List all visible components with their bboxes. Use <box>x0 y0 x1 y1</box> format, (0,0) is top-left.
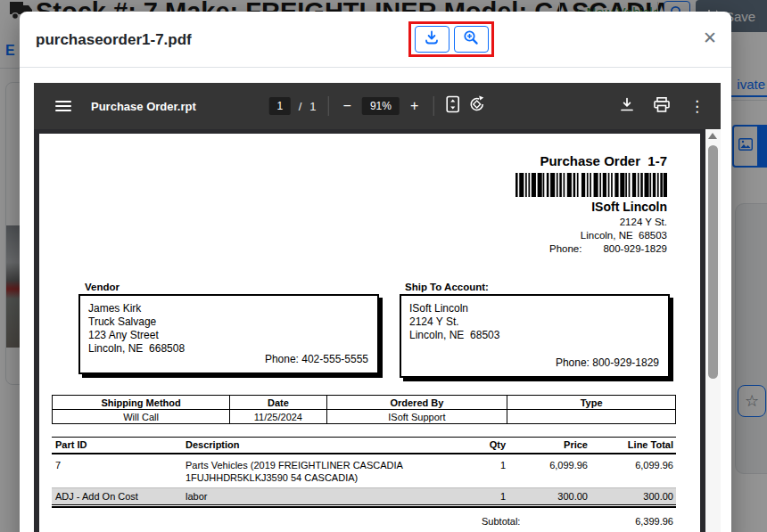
order-info-table: Shipping Method Date Ordered By Type Wil… <box>52 395 676 424</box>
close-icon[interactable]: ✕ <box>703 29 717 46</box>
page-number-input[interactable]: 1 <box>269 97 291 115</box>
rotate-button[interactable] <box>467 95 485 117</box>
col-header-line-total: Line Total <box>588 439 676 450</box>
print-button[interactable] <box>654 97 670 116</box>
table-row: ADJ - Add On Cost labor 1 300.00 300.00 <box>52 487 676 504</box>
cell-price: 300.00 <box>506 491 588 502</box>
order-info-header: Shipping Method <box>53 396 230 410</box>
pdf-doc-title: Purchase Order.rpt <box>91 100 196 113</box>
vendor-line: James Kirk <box>88 302 369 315</box>
download-icon <box>424 29 440 49</box>
line-items-header-row: Part ID Description Qty Price Line Total <box>52 437 676 454</box>
po-title: Purchase Order 1-7 <box>540 153 667 168</box>
vendor-label: Vendor <box>85 282 120 292</box>
vendor-line: Truck Salvage <box>88 315 369 329</box>
company-address1: 2124 Y St. <box>620 217 667 227</box>
zoom-out-button[interactable]: − <box>341 98 354 114</box>
company-phone-label: Phone: <box>549 243 581 254</box>
company-phone-row: Phone: 800-929-1829 <box>549 243 667 254</box>
vendor-phone-label: Phone: <box>265 353 299 365</box>
page-total: 1 <box>309 100 316 113</box>
shipto-phone-label: Phone: <box>556 356 590 369</box>
scrollbar-thumb[interactable] <box>708 145 718 379</box>
vendor-box: James Kirk Truck Salvage 123 Any Street … <box>78 294 379 374</box>
zoom-in-icon <box>463 29 479 49</box>
vendor-line: 123 Any Street <box>88 329 369 342</box>
company-address2: Lincoln, NE 68503 <box>581 230 667 241</box>
menu-icon[interactable] <box>55 101 71 111</box>
toolbar-center-controls: 1 / 1 − 91% + <box>269 95 486 117</box>
zoom-in-button[interactable]: + <box>408 98 421 114</box>
order-info-value: Will Call <box>53 410 230 424</box>
download-icon <box>620 97 634 116</box>
line-items-table: Part ID Description Qty Price Line Total… <box>52 437 676 532</box>
vendor-phone-row: Phone: 402-555-5555 <box>265 353 368 366</box>
company-name: ISoft Lincoln <box>591 200 667 214</box>
order-info-value: 11/25/2024 <box>230 410 326 424</box>
cell-price: 6,099.96 <box>506 459 588 471</box>
pdf-preview-modal: purchaseorder1-7.pdf ✕ Purchase Order.rp… <box>20 12 731 532</box>
col-header-price: Price <box>506 439 588 450</box>
company-phone-value: 800-929-1829 <box>603 243 667 254</box>
shipto-label: Ship To Account: <box>405 282 489 292</box>
cell-line-total: 6,099.96 <box>588 459 676 471</box>
shipto-line: ISoft Lincoln <box>409 302 660 315</box>
pdf-viewport: Purchase Order 1-7 ISoft Lincoln 2124 Y … <box>34 129 721 532</box>
vendor-phone-value: 402-555-5555 <box>301 353 368 365</box>
table-row: 7 Parts Vehicles (2019 FREIGHTLINER CASC… <box>52 454 676 487</box>
items-total-rule <box>52 504 676 508</box>
cell-line-total: 300.00 <box>588 491 676 502</box>
modal-header: purchaseorder1-7.pdf ✕ <box>20 12 731 68</box>
highlighted-actions-box <box>408 21 494 57</box>
order-info-value <box>507 410 676 424</box>
pdf-scrollbar[interactable] <box>705 129 721 532</box>
subtotal-value: 6,399.96 <box>635 516 673 527</box>
shipto-line: 2124 Y St. <box>409 315 660 329</box>
pdf-viewer: Purchase Order.rpt 1 / 1 − 91% + <box>34 83 721 532</box>
rotate-icon <box>467 95 485 117</box>
shipto-box: ISoft Lincoln 2124 Y St. Lincoln, NE 685… <box>400 294 670 378</box>
cell-description: Parts Vehicles (2019 FREIGHTLINER CASCAD… <box>186 459 457 484</box>
modal-title: purchaseorder1-7.pdf <box>36 31 192 49</box>
cell-part-id: 7 <box>52 459 186 471</box>
more-options-icon[interactable]: ⋮ <box>689 97 705 116</box>
order-info-value: ISoft Support <box>326 410 507 424</box>
scrollbar-up-arrow[interactable] <box>708 133 717 139</box>
shipto-line: Lincoln, NE 68503 <box>409 329 660 342</box>
zoom-level-input[interactable]: 91% <box>362 97 400 115</box>
col-header-description: Description <box>186 439 457 450</box>
cell-qty: 1 <box>457 459 506 471</box>
barcode <box>515 173 667 197</box>
col-header-qty: Qty <box>457 439 506 450</box>
fit-page-button[interactable] <box>445 95 459 117</box>
fit-page-icon <box>445 95 459 117</box>
cell-description: labor <box>186 491 457 502</box>
subtotal-label: Subtotal: <box>482 516 520 527</box>
pdf-toolbar: Purchase Order.rpt 1 / 1 − 91% + <box>34 83 721 129</box>
toolbar-separator <box>328 96 329 116</box>
zoom-pdf-button[interactable] <box>454 26 489 53</box>
cell-qty: 1 <box>457 491 506 502</box>
printer-icon <box>654 97 670 116</box>
toolbar-download-button[interactable] <box>620 97 634 116</box>
pdf-document-page: Purchase Order 1-7 ISoft Lincoln 2124 Y … <box>39 134 700 532</box>
toolbar-right-controls: ⋮ <box>620 97 705 116</box>
order-info-header: Ordered By <box>326 396 507 410</box>
order-info-header: Type <box>507 396 676 410</box>
shipto-phone-value: 800-929-1829 <box>592 356 659 369</box>
download-pdf-button[interactable] <box>415 26 449 53</box>
page-divider: / <box>299 100 302 113</box>
order-info-header: Date <box>230 396 326 410</box>
cell-part-id: ADJ - Add On Cost <box>52 491 186 502</box>
toolbar-separator <box>433 96 433 116</box>
col-header-part-id: Part ID <box>52 439 186 450</box>
subtotal-row: Subtotal: 6,399.96 <box>52 516 676 532</box>
shipto-phone-row: Phone: 800-929-1829 <box>556 356 659 370</box>
